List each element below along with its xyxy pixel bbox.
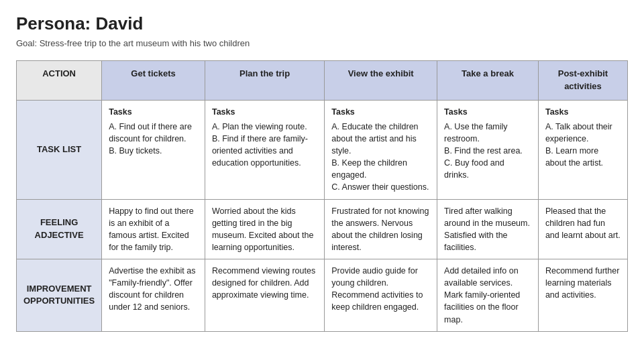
cell-r2-c0: Advertise the exhibit as "Family-friendl…	[102, 259, 205, 332]
col-header-0: Get tickets	[102, 61, 205, 101]
col-header-2: View the exhibit	[325, 61, 437, 101]
cell-r2-c4: Recommend further learning materials and…	[538, 259, 627, 332]
row-label-1: FEELING ADJECTIVE	[17, 199, 102, 259]
cell-r2-c2: Provide audio guide for young children. …	[325, 259, 437, 332]
page-title: Persona: David	[16, 13, 628, 34]
cell-r2-c1: Recommend viewing routes designed for ch…	[205, 259, 324, 332]
col-header-1: Plan the trip	[205, 61, 324, 101]
page-goal: Goal: Stress-free trip to the art museum…	[16, 38, 628, 48]
cell-r0-c3: TasksA. Use the family restroom. B. Find…	[437, 100, 539, 199]
cell-r1-c1: Worried about the kids getting tired in …	[205, 199, 324, 259]
action-header: ACTION	[17, 61, 102, 101]
cell-r1-c0: Happy to find out there is an exhibit of…	[102, 199, 205, 259]
cell-r1-c4: Pleased that the children had fun and le…	[538, 199, 627, 259]
col-header-3: Take a break	[437, 61, 539, 101]
row-label-2: IMPROVEMENT OPPORTUNITIES	[17, 259, 102, 332]
persona-table: ACTION Get tickets Plan the trip View th…	[16, 60, 628, 332]
col-header-4: Post-exhibit activities	[538, 61, 627, 101]
cell-r1-c2: Frustrated for not knowing the answers. …	[325, 199, 437, 259]
cell-r0-c0: TasksA. Find out if there are discount f…	[102, 100, 205, 199]
cell-r0-c2: TasksA. Educate the children about the a…	[325, 100, 437, 199]
cell-r0-c1: TasksA. Plan the viewing route. B. Find …	[205, 100, 324, 199]
cell-r0-c4: TasksA. Talk about their experience. B. …	[538, 100, 627, 199]
row-label-0: TASK LIST	[17, 100, 102, 199]
cell-r2-c3: Add detailed info on available services.…	[437, 259, 539, 332]
cell-r1-c3: Tired after walking around in the museum…	[437, 199, 539, 259]
